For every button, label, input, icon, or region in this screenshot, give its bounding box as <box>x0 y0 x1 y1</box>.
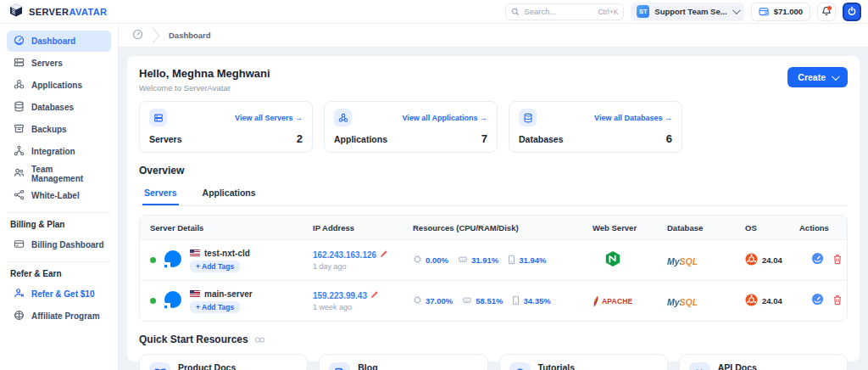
logout-button[interactable] <box>843 3 861 21</box>
stat-value: 2 <box>297 132 303 145</box>
quick-card-product-docs[interactable]: Product Docs Feature documentation <box>139 354 308 370</box>
sidebar-item-affiliate-program[interactable]: Affiliate Program <box>7 306 111 327</box>
notifications-button[interactable] <box>817 3 836 21</box>
chevron-down-icon <box>732 6 741 14</box>
edit-ip-icon[interactable] <box>370 291 378 300</box>
database-icon <box>14 101 25 114</box>
stat-label: Databases <box>519 134 564 144</box>
sidebar-item-team-management[interactable]: Team Management <box>7 163 111 184</box>
sidebar-item-label: Team Management <box>31 165 104 183</box>
col-actions: Actions <box>799 223 837 233</box>
table-header: Server Details IP Address Resources (CPU… <box>140 216 847 239</box>
sidebar-item-databases[interactable]: Databases <box>7 97 111 118</box>
status-online-dot <box>150 298 156 304</box>
add-tags-button[interactable]: + Add Tags <box>190 261 240 272</box>
stat-label: Applications <box>334 134 387 144</box>
breadcrumb-current[interactable]: Dashboard <box>169 31 211 40</box>
quick-card-tutorials[interactable]: Tutorials Step-by-step guides <box>499 354 668 370</box>
nginx-logo <box>604 255 621 270</box>
delete-icon[interactable] <box>832 253 843 268</box>
sidebar-item-label: Billing Dashboard <box>31 240 104 249</box>
os-version: 24.04 <box>762 296 782 306</box>
integration-icon <box>14 145 25 158</box>
stat-value: 6 <box>666 132 672 145</box>
dashboard-panel: Hello, Meghna Meghwani Welcome to Server… <box>127 56 860 362</box>
digitalocean-logo <box>163 289 183 313</box>
ram-usage: 58.51% <box>476 296 503 306</box>
open-dashboard-icon[interactable] <box>811 252 824 268</box>
quick-card-blog[interactable]: Blog Latest updates and guides <box>319 354 487 370</box>
quick-card-title: API Docs <box>718 362 793 370</box>
search-shortcut: Ctrl+K <box>598 8 618 16</box>
team-avatar: ST <box>637 5 649 18</box>
server-ip[interactable]: 159.223.99.43 <box>313 291 367 300</box>
stat-card-databases: View all Databases → Databases 6 <box>509 101 682 153</box>
database-cell: MySQL <box>667 294 745 309</box>
actions-cell <box>799 293 843 309</box>
view-all-servers-link[interactable]: View all Servers → <box>235 114 303 122</box>
open-dashboard-icon[interactable] <box>811 293 824 309</box>
link-icon <box>254 332 265 347</box>
sidebar-item-label: Affiliate Program <box>31 311 100 321</box>
team-name: Support Team Se... <box>654 7 726 16</box>
sidebar-item-refer-get[interactable]: Refer & Get $10 <box>7 283 111 305</box>
affiliate-icon <box>14 310 25 322</box>
team-selector[interactable]: ST Support Team Se... <box>631 3 743 21</box>
topbar: SERVERAVATAR Ctrl+K ST Support Team Se..… <box>0 0 868 24</box>
chevron-down-icon <box>832 72 840 81</box>
backups-icon <box>14 123 25 136</box>
credit-card-icon <box>14 238 25 251</box>
cpu-icon <box>413 255 422 266</box>
sidebar-item-billing-dashboard[interactable]: Billing Dashboard <box>7 234 111 255</box>
actions-cell <box>799 252 843 268</box>
disk-usage: 31.94% <box>519 255 546 265</box>
sidebar-item-label: Dashboard <box>31 36 75 46</box>
edit-ip-icon[interactable] <box>380 250 387 260</box>
web-server-cell: Apache <box>593 295 667 307</box>
delete-icon[interactable] <box>832 294 843 309</box>
server-name[interactable]: main-server <box>204 289 253 299</box>
sidebar-item-servers[interactable]: Servers <box>7 53 111 74</box>
server-ip[interactable]: 162.243.163.126 <box>313 250 376 260</box>
quick-card-title: Tutorials <box>538 362 606 370</box>
document-icon <box>329 362 350 370</box>
sidebar-item-applications[interactable]: Applications <box>7 75 111 96</box>
brand-name: SERVERAVATAR <box>29 7 107 17</box>
sidebar-item-label: Refer & Get $10 <box>31 289 94 299</box>
search-input[interactable] <box>524 7 593 16</box>
ubuntu-logo <box>745 294 758 308</box>
balance-chip[interactable]: $71.000 <box>751 3 810 21</box>
balance-amount: $71.000 <box>774 7 803 16</box>
disk-icon <box>508 255 515 266</box>
page-title: Hello, Meghna Meghwani <box>139 67 270 80</box>
ubuntu-logo <box>745 253 758 267</box>
sidebar-item-label: Databases <box>31 103 74 112</box>
tab-servers[interactable]: Servers <box>142 183 179 205</box>
brand-cube-icon <box>8 3 24 21</box>
sidebar-item-white-label[interactable]: White-Label <box>7 185 111 206</box>
sidebar-item-backups[interactable]: Backups <box>7 119 111 140</box>
server-name[interactable]: test-nxt-cld <box>204 249 250 258</box>
sidebar-item-integration[interactable]: Integration <box>7 141 111 162</box>
sidebar-item-dashboard[interactable]: Dashboard <box>7 31 111 52</box>
white-label-icon <box>14 189 25 202</box>
quick-card-api-docs[interactable]: API Docs Integration references <box>679 354 848 370</box>
sidebar-item-label: Integration <box>31 147 75 156</box>
view-all-databases-link[interactable]: View all Databases → <box>594 114 672 122</box>
server-age: 1 week ago <box>313 303 413 311</box>
table-row[interactable]: test-nxt-cld + Add Tags 162.243.163.126 … <box>140 239 847 280</box>
overview-tabs: Servers Applications <box>139 183 848 206</box>
create-button[interactable]: Create <box>787 67 848 87</box>
brand-logo[interactable]: SERVERAVATAR <box>8 3 107 21</box>
mysql-logo: MySQL <box>667 297 698 307</box>
mysql-logo: MySQL <box>667 256 698 266</box>
view-all-applications-link[interactable]: View all Applications → <box>402 114 487 122</box>
add-tags-button[interactable]: + Add Tags <box>190 301 240 313</box>
tab-applications[interactable]: Applications <box>201 183 258 205</box>
search-box[interactable]: Ctrl+K <box>505 3 624 20</box>
sidebar-section-billing: Billing & Plan <box>7 212 111 229</box>
col-os: OS <box>745 223 799 233</box>
breadcrumb-home-icon[interactable] <box>132 28 143 43</box>
table-row[interactable]: main-server + Add Tags 159.223.99.43 1 w… <box>140 280 847 321</box>
applications-icon <box>334 109 352 126</box>
